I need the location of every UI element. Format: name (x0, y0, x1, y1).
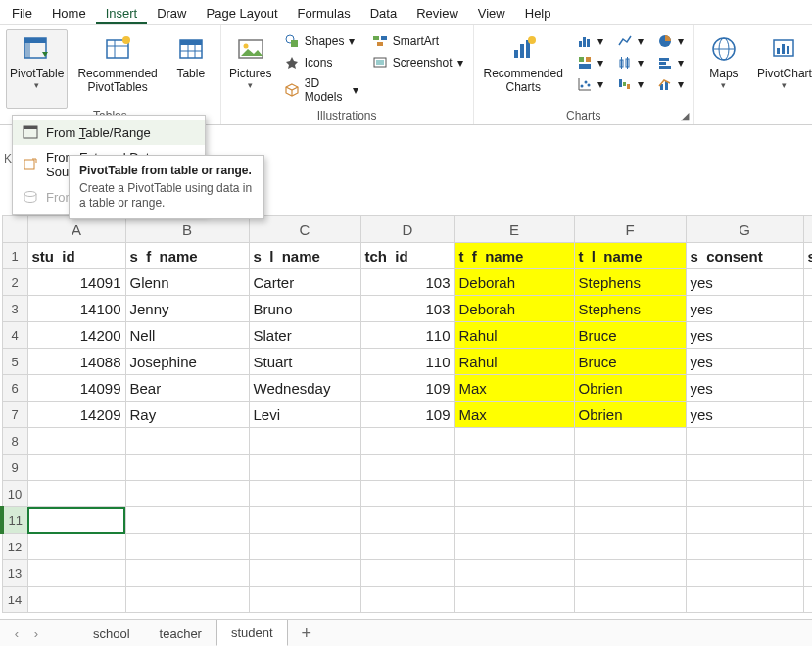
row-header[interactable]: 13 (2, 560, 27, 587)
row-header[interactable]: 2 (2, 269, 27, 296)
cell[interactable]: t_f_name (454, 243, 574, 269)
cell[interactable] (27, 428, 125, 455)
cell[interactable]: 110 (360, 349, 454, 375)
cell[interactable] (574, 481, 686, 507)
col-header-F[interactable]: F (574, 216, 686, 243)
hierarchy-chart-button[interactable]: ▾ (573, 53, 607, 72)
cell[interactable]: stu_id (27, 243, 125, 269)
tab-nav-prev[interactable]: ‹ (8, 626, 25, 641)
cell[interactable] (360, 587, 454, 613)
cell[interactable] (686, 534, 803, 560)
tab-nav-next[interactable]: › (27, 626, 45, 641)
pictures-button[interactable]: Pictures ▾ (227, 29, 274, 109)
row-header[interactable]: 7 (2, 402, 27, 428)
sheet-tab-teacher[interactable]: teacher (145, 621, 216, 646)
combo-chart-button[interactable]: ▾ (653, 74, 688, 94)
table-button[interactable]: Table (167, 29, 215, 109)
cell[interactable] (249, 587, 360, 613)
cell[interactable]: Jenny (125, 296, 249, 322)
cell[interactable]: Nell (125, 322, 249, 349)
cell[interactable]: yes (686, 349, 803, 375)
cell[interactable] (803, 534, 812, 560)
cell[interactable]: Josephine (125, 349, 249, 375)
row-header[interactable]: 6 (2, 375, 27, 402)
cell[interactable]: Rahul (454, 322, 574, 349)
cell[interactable] (803, 428, 812, 455)
cell[interactable]: Obrien (574, 375, 686, 402)
cell[interactable] (454, 507, 574, 534)
column-chart-button[interactable]: ▾ (573, 31, 607, 51)
cell[interactable]: Deborah (454, 296, 574, 322)
cell[interactable]: s_f_name (125, 243, 249, 269)
cell[interactable] (360, 428, 454, 455)
cell[interactable] (125, 534, 249, 560)
cell[interactable]: 109 (360, 375, 454, 402)
cell[interactable] (125, 507, 249, 534)
cell[interactable] (249, 534, 360, 560)
cell[interactable]: Ray (125, 402, 249, 428)
recommended-pivottables-button[interactable]: Recommended PivotTables (73, 29, 161, 109)
col-header-C[interactable]: C (249, 216, 360, 243)
row-header[interactable]: 1 (2, 243, 27, 269)
cell[interactable]: Bruno (249, 296, 360, 322)
cell[interactable] (27, 560, 125, 587)
menu-home[interactable]: Home (42, 2, 96, 24)
cell[interactable] (249, 455, 360, 481)
col-header-A[interactable]: A (27, 216, 125, 243)
cell[interactable] (27, 534, 125, 560)
menu-review[interactable]: Review (406, 2, 468, 24)
cell[interactable]: yes (686, 296, 803, 322)
cell[interactable] (125, 428, 249, 455)
cell[interactable] (686, 455, 803, 481)
cell[interactable]: yes (686, 375, 803, 402)
cell[interactable]: s_consent (686, 243, 803, 269)
menu-file[interactable]: File (2, 2, 42, 24)
cell[interactable]: Wednesday (249, 375, 360, 402)
cell[interactable] (574, 587, 686, 613)
cell[interactable]: Max (454, 375, 574, 402)
cell[interactable]: Rahul (454, 349, 574, 375)
cell[interactable] (360, 534, 454, 560)
charts-dialog-launcher[interactable]: ◢ (678, 109, 692, 122)
menu-insert[interactable]: Insert (96, 2, 148, 24)
cell[interactable] (249, 481, 360, 507)
cell[interactable]: Glenn (125, 269, 249, 296)
row-header[interactable]: 5 (2, 349, 27, 375)
col-header-G[interactable]: G (686, 216, 803, 243)
cell[interactable] (454, 455, 574, 481)
statistic-chart-button[interactable]: ▾ (613, 53, 647, 72)
cell[interactable]: Stephens (574, 269, 686, 296)
col-header-B[interactable]: B (125, 216, 249, 243)
row-header[interactable]: 12 (2, 534, 27, 560)
shapes-button[interactable]: Shapes ▾ (280, 31, 362, 51)
cell[interactable] (249, 560, 360, 587)
cell[interactable]: 14209 (27, 402, 125, 428)
grid[interactable]: ABCDEFG1stu_ids_f_names_l_nametch_idt_f_… (0, 215, 812, 613)
menu-data[interactable]: Data (360, 2, 406, 24)
cell[interactable]: 103 (360, 269, 454, 296)
scatter-chart-button[interactable]: ▾ (573, 74, 607, 94)
cell[interactable] (27, 481, 125, 507)
cell[interactable]: 14088 (27, 349, 125, 375)
cell[interactable] (686, 587, 803, 613)
cell[interactable] (360, 560, 454, 587)
cell[interactable]: tch_id (360, 243, 454, 269)
cell[interactable]: 14099 (27, 375, 125, 402)
row-header[interactable]: 4 (2, 322, 27, 349)
cell[interactable]: Obrien (574, 402, 686, 428)
cell[interactable]: Max (454, 402, 574, 428)
cell[interactable] (803, 455, 812, 481)
cell[interactable]: Deborah (454, 269, 574, 296)
cell[interactable] (686, 507, 803, 534)
cell[interactable] (686, 428, 803, 455)
bar-chart-button[interactable]: ▾ (653, 53, 688, 72)
row-header[interactable]: 14 (2, 587, 27, 613)
cell[interactable]: Bruce (574, 322, 686, 349)
cell[interactable] (454, 534, 574, 560)
menu-draw[interactable]: Draw (147, 2, 196, 24)
cell[interactable] (574, 428, 686, 455)
row-header[interactable]: 9 (2, 455, 27, 481)
cell[interactable]: s_l_name (249, 243, 360, 269)
cell[interactable] (125, 560, 249, 587)
cell[interactable] (803, 481, 812, 507)
